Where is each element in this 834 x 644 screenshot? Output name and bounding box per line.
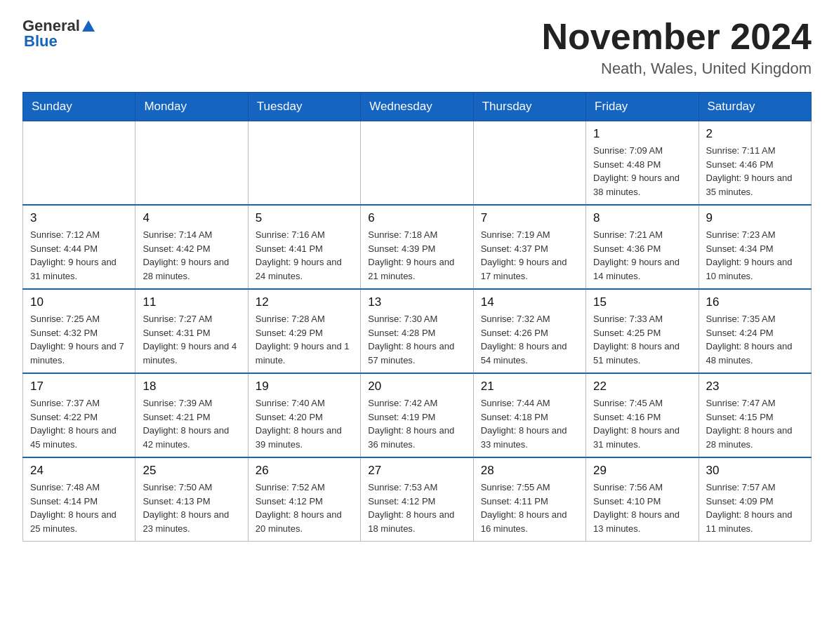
day-info-18: Sunrise: 7:39 AM Sunset: 4:21 PM Dayligh… — [143, 396, 240, 451]
day-number-5: 5 — [256, 211, 353, 225]
calendar-cell-4-0: 24Sunrise: 7:48 AM Sunset: 4:14 PM Dayli… — [23, 457, 135, 542]
day-number-22: 22 — [593, 380, 691, 394]
header-wednesday: Wednesday — [361, 93, 473, 121]
day-number-13: 13 — [368, 295, 465, 309]
day-number-30: 30 — [706, 464, 804, 478]
day-number-23: 23 — [706, 380, 804, 394]
calendar-cell-1-3: 6Sunrise: 7:18 AM Sunset: 4:39 PM Daylig… — [361, 205, 473, 289]
day-number-12: 12 — [256, 295, 353, 309]
location-title: Neath, Wales, United Kingdom — [542, 60, 812, 78]
header-tuesday: Tuesday — [248, 93, 360, 121]
calendar-cell-2-5: 15Sunrise: 7:33 AM Sunset: 4:25 PM Dayli… — [586, 289, 699, 373]
day-number-9: 9 — [706, 211, 804, 225]
calendar-cell-2-2: 12Sunrise: 7:28 AM Sunset: 4:29 PM Dayli… — [248, 289, 360, 373]
day-info-23: Sunrise: 7:47 AM Sunset: 4:15 PM Dayligh… — [706, 396, 804, 451]
week-row-0: 1Sunrise: 7:09 AM Sunset: 4:48 PM Daylig… — [23, 121, 812, 206]
calendar-cell-4-5: 29Sunrise: 7:56 AM Sunset: 4:10 PM Dayli… — [586, 457, 699, 542]
day-number-15: 15 — [593, 295, 691, 309]
calendar-cell-4-4: 28Sunrise: 7:55 AM Sunset: 4:11 PM Dayli… — [473, 457, 585, 542]
day-number-16: 16 — [706, 295, 804, 309]
day-number-26: 26 — [256, 464, 353, 478]
day-info-6: Sunrise: 7:18 AM Sunset: 4:39 PM Dayligh… — [368, 228, 465, 283]
calendar-cell-1-4: 7Sunrise: 7:19 AM Sunset: 4:37 PM Daylig… — [473, 205, 585, 289]
day-number-8: 8 — [593, 211, 691, 225]
day-info-25: Sunrise: 7:50 AM Sunset: 4:13 PM Dayligh… — [143, 481, 240, 535]
day-info-7: Sunrise: 7:19 AM Sunset: 4:37 PM Dayligh… — [481, 228, 578, 283]
calendar-cell-0-3 — [361, 121, 473, 206]
header-friday: Friday — [586, 93, 699, 121]
day-number-17: 17 — [30, 380, 128, 394]
calendar-cell-0-5: 1Sunrise: 7:09 AM Sunset: 4:48 PM Daylig… — [586, 121, 699, 206]
calendar-cell-2-1: 11Sunrise: 7:27 AM Sunset: 4:31 PM Dayli… — [135, 289, 248, 373]
day-info-11: Sunrise: 7:27 AM Sunset: 4:31 PM Dayligh… — [143, 312, 240, 367]
calendar-cell-3-5: 22Sunrise: 7:45 AM Sunset: 4:16 PM Dayli… — [586, 373, 699, 457]
day-info-28: Sunrise: 7:55 AM Sunset: 4:11 PM Dayligh… — [481, 481, 578, 535]
calendar-cell-1-5: 8Sunrise: 7:21 AM Sunset: 4:36 PM Daylig… — [586, 205, 699, 289]
day-number-6: 6 — [368, 211, 465, 225]
header-saturday: Saturday — [699, 93, 811, 121]
day-info-20: Sunrise: 7:42 AM Sunset: 4:19 PM Dayligh… — [368, 396, 465, 451]
header-sunday: Sunday — [23, 93, 135, 121]
calendar-table: SundayMondayTuesdayWednesdayThursdayFrid… — [22, 92, 812, 542]
week-row-3: 17Sunrise: 7:37 AM Sunset: 4:22 PM Dayli… — [23, 373, 812, 457]
day-number-11: 11 — [143, 295, 240, 309]
day-info-26: Sunrise: 7:52 AM Sunset: 4:12 PM Dayligh… — [256, 481, 353, 535]
header-thursday: Thursday — [473, 93, 585, 121]
day-number-7: 7 — [481, 211, 578, 225]
calendar-cell-4-1: 25Sunrise: 7:50 AM Sunset: 4:13 PM Dayli… — [135, 457, 248, 542]
calendar-cell-0-4 — [473, 121, 585, 206]
header-monday: Monday — [135, 93, 248, 121]
calendar-cell-1-6: 9Sunrise: 7:23 AM Sunset: 4:34 PM Daylig… — [699, 205, 811, 289]
day-info-15: Sunrise: 7:33 AM Sunset: 4:25 PM Dayligh… — [593, 312, 691, 367]
week-row-4: 24Sunrise: 7:48 AM Sunset: 4:14 PM Dayli… — [23, 457, 812, 542]
calendar-cell-0-1 — [135, 121, 248, 206]
calendar-cell-0-6: 2Sunrise: 7:11 AM Sunset: 4:46 PM Daylig… — [699, 121, 811, 206]
day-number-2: 2 — [706, 127, 804, 141]
day-number-28: 28 — [481, 464, 578, 478]
calendar-cell-2-4: 14Sunrise: 7:32 AM Sunset: 4:26 PM Dayli… — [473, 289, 585, 373]
logo: General Blue — [22, 17, 96, 51]
day-number-10: 10 — [30, 295, 128, 309]
day-info-27: Sunrise: 7:53 AM Sunset: 4:12 PM Dayligh… — [368, 481, 465, 535]
calendar-cell-3-6: 23Sunrise: 7:47 AM Sunset: 4:15 PM Dayli… — [699, 373, 811, 457]
calendar-cell-3-2: 19Sunrise: 7:40 AM Sunset: 4:20 PM Dayli… — [248, 373, 360, 457]
day-info-8: Sunrise: 7:21 AM Sunset: 4:36 PM Dayligh… — [593, 228, 691, 283]
day-number-19: 19 — [256, 380, 353, 394]
day-info-22: Sunrise: 7:45 AM Sunset: 4:16 PM Dayligh… — [593, 396, 691, 451]
calendar-cell-1-2: 5Sunrise: 7:16 AM Sunset: 4:41 PM Daylig… — [248, 205, 360, 289]
day-number-27: 27 — [368, 464, 465, 478]
calendar-cell-3-4: 21Sunrise: 7:44 AM Sunset: 4:18 PM Dayli… — [473, 373, 585, 457]
day-info-1: Sunrise: 7:09 AM Sunset: 4:48 PM Dayligh… — [593, 144, 691, 199]
day-number-14: 14 — [481, 295, 578, 309]
month-title: November 2024 — [542, 17, 812, 57]
day-info-2: Sunrise: 7:11 AM Sunset: 4:46 PM Dayligh… — [706, 144, 804, 199]
day-number-20: 20 — [368, 380, 465, 394]
day-info-3: Sunrise: 7:12 AM Sunset: 4:44 PM Dayligh… — [30, 228, 128, 283]
day-info-13: Sunrise: 7:30 AM Sunset: 4:28 PM Dayligh… — [368, 312, 465, 367]
calendar-cell-2-6: 16Sunrise: 7:35 AM Sunset: 4:24 PM Dayli… — [699, 289, 811, 373]
day-info-12: Sunrise: 7:28 AM Sunset: 4:29 PM Dayligh… — [256, 312, 353, 367]
calendar-cell-3-3: 20Sunrise: 7:42 AM Sunset: 4:19 PM Dayli… — [361, 373, 473, 457]
day-number-25: 25 — [143, 464, 240, 478]
day-info-29: Sunrise: 7:56 AM Sunset: 4:10 PM Dayligh… — [593, 481, 691, 535]
calendar-cell-2-0: 10Sunrise: 7:25 AM Sunset: 4:32 PM Dayli… — [23, 289, 135, 373]
calendar-cell-4-3: 27Sunrise: 7:53 AM Sunset: 4:12 PM Dayli… — [361, 457, 473, 542]
calendar-cell-4-6: 30Sunrise: 7:57 AM Sunset: 4:09 PM Dayli… — [699, 457, 811, 542]
day-info-9: Sunrise: 7:23 AM Sunset: 4:34 PM Dayligh… — [706, 228, 804, 283]
day-info-4: Sunrise: 7:14 AM Sunset: 4:42 PM Dayligh… — [143, 228, 240, 283]
logo-triangle-icon — [81, 19, 96, 34]
day-number-18: 18 — [143, 380, 240, 394]
calendar-cell-3-1: 18Sunrise: 7:39 AM Sunset: 4:21 PM Dayli… — [135, 373, 248, 457]
calendar-cell-0-2 — [248, 121, 360, 206]
weekday-header-row: SundayMondayTuesdayWednesdayThursdayFrid… — [23, 93, 812, 121]
day-info-24: Sunrise: 7:48 AM Sunset: 4:14 PM Dayligh… — [30, 481, 128, 535]
calendar-cell-4-2: 26Sunrise: 7:52 AM Sunset: 4:12 PM Dayli… — [248, 457, 360, 542]
day-info-19: Sunrise: 7:40 AM Sunset: 4:20 PM Dayligh… — [256, 396, 353, 451]
day-info-21: Sunrise: 7:44 AM Sunset: 4:18 PM Dayligh… — [481, 396, 578, 451]
calendar-cell-2-3: 13Sunrise: 7:30 AM Sunset: 4:28 PM Dayli… — [361, 289, 473, 373]
day-number-1: 1 — [593, 127, 691, 141]
day-number-3: 3 — [30, 211, 128, 225]
title-block: November 2024 Neath, Wales, United Kingd… — [542, 17, 812, 78]
week-row-1: 3Sunrise: 7:12 AM Sunset: 4:44 PM Daylig… — [23, 205, 812, 289]
calendar-cell-3-0: 17Sunrise: 7:37 AM Sunset: 4:22 PM Dayli… — [23, 373, 135, 457]
